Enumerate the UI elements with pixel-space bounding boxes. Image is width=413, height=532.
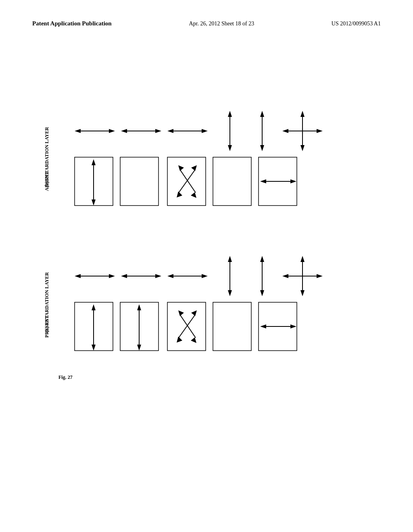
date-sheet-label: Apr. 26, 2012 Sheet 18 of 23 [189, 21, 254, 27]
svg-marker-61 [92, 304, 96, 310]
svg-marker-19 [300, 111, 305, 117]
svg-marker-32 [191, 192, 196, 198]
svg-marker-23 [92, 159, 96, 165]
svg-marker-24 [92, 200, 96, 206]
svg-marker-65 [137, 304, 141, 310]
svg-line-71 [180, 315, 196, 338]
svg-line-27 [179, 170, 195, 193]
svg-marker-45 [167, 274, 173, 278]
svg-marker-39 [75, 274, 81, 278]
svg-marker-46 [202, 274, 208, 278]
svg-marker-29 [191, 165, 197, 171]
svg-marker-31 [178, 165, 184, 171]
publication-label: Patent Application Publication [32, 20, 112, 27]
svg-marker-58 [300, 290, 305, 296]
svg-marker-37 [290, 179, 296, 183]
svg-marker-77 [260, 324, 266, 328]
svg-marker-20 [300, 145, 305, 151]
svg-marker-69 [177, 337, 182, 343]
svg-marker-52 [260, 290, 264, 296]
svg-marker-70 [191, 310, 197, 316]
svg-rect-25 [120, 157, 159, 206]
svg-marker-4 [121, 129, 127, 133]
svg-marker-62 [92, 345, 96, 351]
svg-marker-57 [300, 256, 305, 262]
svg-marker-8 [202, 129, 208, 133]
svg-marker-72 [178, 310, 184, 316]
svg-marker-48 [228, 256, 232, 262]
svg-marker-1 [75, 129, 81, 133]
svg-marker-10 [228, 111, 232, 117]
svg-marker-14 [260, 145, 264, 151]
svg-marker-54 [282, 274, 288, 278]
svg-marker-2 [109, 129, 115, 133]
patent-number-label: US 2012/0099053 A1 [332, 21, 381, 27]
svg-rect-33 [213, 157, 251, 206]
svg-rect-74 [213, 302, 251, 351]
svg-marker-55 [317, 274, 323, 278]
header: Patent Application Publication Apr. 26, … [32, 20, 381, 27]
svg-marker-17 [317, 129, 323, 133]
svg-marker-42 [121, 274, 127, 278]
svg-marker-73 [191, 337, 196, 343]
svg-marker-49 [228, 290, 232, 296]
svg-marker-28 [177, 191, 182, 197]
svg-marker-36 [260, 179, 266, 183]
svg-marker-13 [260, 111, 264, 117]
figure-27: (b) RETARDATION LAYER ABSENT [24, 52, 387, 447]
svg-marker-7 [167, 129, 173, 133]
svg-line-30 [180, 170, 196, 193]
section-a-label2: PRESENT [44, 315, 50, 337]
svg-marker-40 [109, 274, 115, 278]
svg-marker-51 [260, 256, 264, 262]
svg-line-68 [179, 315, 195, 338]
svg-marker-66 [137, 345, 141, 351]
svg-marker-16 [282, 129, 288, 133]
svg-marker-11 [228, 145, 232, 151]
section-b-label2: ABSENT [44, 172, 50, 191]
svg-marker-78 [290, 324, 296, 328]
figure-number-label: Fig. 27 [58, 374, 73, 380]
svg-marker-43 [155, 274, 161, 278]
svg-marker-5 [155, 129, 161, 133]
